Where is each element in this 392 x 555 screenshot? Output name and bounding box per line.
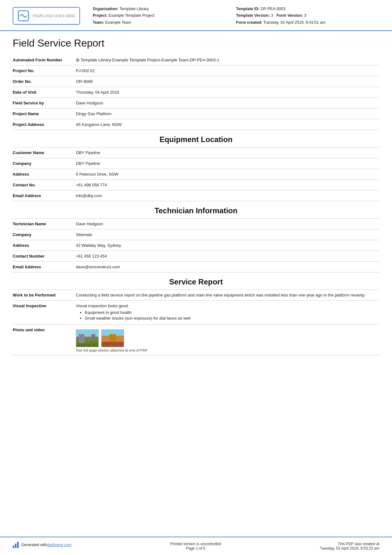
field-value: Visual inspection looks good.Equipment i… bbox=[76, 300, 379, 324]
field-value: Thursday, 04 April 2019 bbox=[76, 87, 379, 97]
table-row: Work to be PerformedConducting a field s… bbox=[13, 290, 379, 301]
logo-box: YOUR LOGO GOES HERE bbox=[13, 7, 80, 25]
field-label: Visual Inspection bbox=[13, 300, 76, 324]
section-heading: Equipment Location bbox=[13, 130, 379, 147]
table-row: Automated Form Number⊞ Template Library-… bbox=[13, 55, 379, 65]
header-meta: Organisation: Template Library Project: … bbox=[93, 6, 379, 26]
header: YOUR LOGO GOES HERE Organisation: Templa… bbox=[0, 0, 392, 31]
bar1 bbox=[13, 546, 14, 548]
footer-right: This PDF was created at Tuesday, 02 Apri… bbox=[320, 542, 379, 551]
header-meta-right: Template ID: DP-PEA-0003 Template Versio… bbox=[236, 6, 379, 26]
org-line: Organisation: Template Library bbox=[93, 6, 236, 12]
field-label: Customer Name bbox=[13, 147, 76, 158]
project-line: Project: Example Template Project bbox=[93, 12, 236, 19]
field-label: Photo and video bbox=[13, 324, 76, 355]
pdf-created-value: Tuesday, 02 April 2019, 9:53:23 am bbox=[320, 546, 379, 551]
uncontrolled-text: Printed version is uncontrolled bbox=[170, 542, 221, 546]
logo-icon bbox=[18, 10, 29, 22]
pdf-created-label: This PDF was created at bbox=[320, 542, 379, 546]
field-value: DBY Pipeline bbox=[76, 147, 379, 158]
form-created-line: Form created: Tuesday, 02 April 2019, 9:… bbox=[236, 19, 379, 26]
section-fields-table: Customer NameDBY PipelineCompanyDBY Pipe… bbox=[13, 147, 379, 201]
footer: Generated with dashpivot.com Printed ver… bbox=[0, 537, 392, 555]
team-line: Team: Example Team bbox=[93, 19, 236, 26]
field-label: Project Name bbox=[13, 108, 76, 119]
table-row: Project Address45 Kangaroo Lane, NSW bbox=[13, 119, 379, 130]
field-label: Order No. bbox=[13, 76, 76, 87]
field-value: DBY Pipeline bbox=[76, 158, 379, 169]
section-heading: Technician Information bbox=[13, 201, 379, 219]
field-value: See full page photos attached at end of … bbox=[76, 324, 379, 355]
field-value: ⊞ Template Library-Example Template Proj… bbox=[76, 55, 379, 65]
table-row: CompanyDBY Pipeline bbox=[13, 158, 379, 169]
field-label: Company bbox=[13, 229, 76, 240]
field-label: Automated Form Number bbox=[13, 55, 76, 65]
content: Field Service Report Automated Form Numb… bbox=[0, 31, 392, 537]
generated-text: Generated with bbox=[21, 543, 47, 547]
field-label: Field Service by bbox=[13, 97, 76, 108]
table-row: Order No.OR-9098 bbox=[13, 76, 379, 87]
field-label: Email Address bbox=[13, 261, 76, 272]
field-label: Company bbox=[13, 158, 76, 169]
table-row: Email Addressinfo@dby.com bbox=[13, 190, 379, 201]
page-number: Page 1 of 5 bbox=[170, 546, 221, 551]
field-value: +61 498 056 774 bbox=[76, 179, 379, 190]
page-title: Field Service Report bbox=[13, 37, 379, 49]
field-value: dave@smconstruct.com bbox=[76, 261, 379, 272]
photo-thumb-2 bbox=[101, 329, 124, 347]
main-fields-table: Automated Form Number⊞ Template Library-… bbox=[13, 55, 379, 130]
table-row: Project No.PJ-002-01 bbox=[13, 65, 379, 76]
table-row: Address42 Wallaby Way, Sydney bbox=[13, 240, 379, 251]
field-label: Technician Name bbox=[13, 219, 76, 229]
field-label: Work to be Performed bbox=[13, 290, 76, 301]
logo-text: YOUR LOGO GOES HERE bbox=[32, 14, 75, 18]
footer-center: Printed version is uncontrolled Page 1 o… bbox=[170, 542, 221, 551]
field-label: Address bbox=[13, 169, 76, 179]
field-label: Contact Number bbox=[13, 251, 76, 261]
list-item: Small weather issues (sun exposure) for … bbox=[85, 316, 377, 321]
field-value: Dave Hodgson bbox=[76, 219, 379, 229]
section-fields-table: Work to be PerformedConducting a field s… bbox=[13, 290, 379, 355]
field-value: Conducting a field service report on the… bbox=[76, 290, 379, 301]
field-value: 6 Peterson Drive, NSW bbox=[76, 169, 379, 179]
field-value: 42 Wallaby Way, Sydney bbox=[76, 240, 379, 251]
field-label: Address bbox=[13, 240, 76, 251]
table-row: Contact No.+61 498 056 774 bbox=[13, 179, 379, 190]
list-item: Equipment in good health bbox=[85, 310, 377, 315]
footer-bars-icon bbox=[13, 542, 19, 548]
template-id-line: Template ID: DP-PEA-0003 bbox=[236, 6, 379, 12]
section-fields-table: Technician NameDave HodgsonCompanySitema… bbox=[13, 219, 379, 272]
field-value: Sitemate bbox=[76, 229, 379, 240]
header-meta-left: Organisation: Template Library Project: … bbox=[93, 6, 236, 26]
field-value: Dave Hodgson bbox=[76, 97, 379, 108]
field-value: 45 Kangaroo Lane, NSW bbox=[76, 119, 379, 130]
field-label: Contact No. bbox=[13, 179, 76, 190]
section-heading: Service Report bbox=[13, 272, 379, 290]
field-value: PJ-002-01 bbox=[76, 65, 379, 76]
table-row: CompanySitemate bbox=[13, 229, 379, 240]
table-row: Address6 Peterson Drive, NSW bbox=[13, 169, 379, 179]
table-row: Customer NameDBY Pipeline bbox=[13, 147, 379, 158]
photo-caption: See full page photos attached at end of … bbox=[76, 348, 377, 352]
field-label: Date of Visit bbox=[13, 87, 76, 97]
field-label: Email Address bbox=[13, 190, 76, 201]
field-value: +61 456 123 454 bbox=[76, 251, 379, 261]
field-label: Project Address bbox=[13, 119, 76, 130]
table-row: Field Service byDave Hodgson bbox=[13, 97, 379, 108]
version-line: Template Version: 3 Form Version: 3 bbox=[236, 12, 379, 19]
field-label: Project No. bbox=[13, 65, 76, 76]
table-row: Date of VisitThursday, 04 April 2019 bbox=[13, 87, 379, 97]
dashpivot-link[interactable]: dashpivot.com bbox=[47, 543, 71, 547]
table-row: Visual InspectionVisual inspection looks… bbox=[13, 300, 379, 324]
field-value: Dingy Gas Platform bbox=[76, 108, 379, 119]
photo-thumb-1 bbox=[76, 329, 99, 347]
page: YOUR LOGO GOES HERE Organisation: Templa… bbox=[0, 0, 392, 555]
table-row: Technician NameDave Hodgson bbox=[13, 219, 379, 229]
bar2 bbox=[15, 544, 16, 548]
field-value: OR-9098 bbox=[76, 76, 379, 87]
table-row: Email Addressdave@smconstruct.com bbox=[13, 261, 379, 272]
table-row: Contact Number+61 456 123 454 bbox=[13, 251, 379, 261]
footer-left: Generated with dashpivot.com bbox=[13, 542, 72, 548]
table-row: Photo and videoSee full page photos atta… bbox=[13, 324, 379, 355]
photo-container bbox=[76, 329, 377, 347]
